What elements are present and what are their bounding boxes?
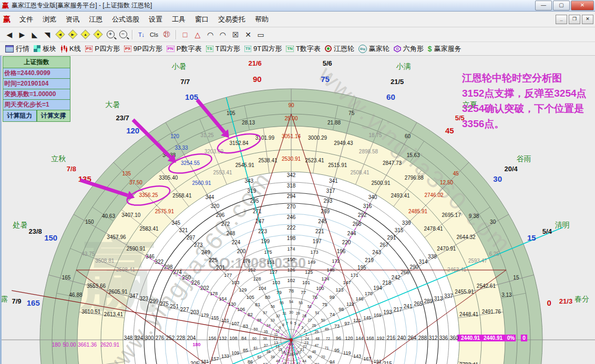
svg-text:223: 223 [258, 228, 267, 234]
child-close-button[interactable]: ✕ [582, 15, 593, 24]
svg-text:2523.41: 2523.41 [305, 158, 324, 163]
svg-text:32: 32 [276, 314, 280, 318]
free-x-tool-icon[interactable]: ✕ [243, 29, 253, 40]
svg-text:103: 103 [272, 280, 280, 285]
svg-text:84: 84 [241, 336, 247, 341]
svg-text:48: 48 [315, 337, 320, 340]
annotation-line-2: 3254确认突破，下个位置是 [462, 101, 587, 116]
prev-arrow-icon[interactable]: ◀ [4, 29, 15, 40]
boxed-x-tool-icon[interactable]: ☒ [230, 29, 241, 40]
screen-tool-icon[interactable]: ▭ [255, 29, 266, 40]
svg-text:2485.91: 2485.91 [408, 209, 428, 214]
menu-item-2[interactable]: 资讯 [61, 13, 84, 26]
svg-text:22: 22 [303, 345, 307, 348]
cls-tool-icon[interactable]: Cls [149, 29, 159, 40]
svg-text:85: 85 [243, 348, 248, 353]
svg-text:2: 2 [304, 329, 306, 332]
svg-text:80: 80 [265, 295, 270, 300]
svg-text:202: 202 [200, 285, 209, 291]
svg-text:346: 346 [146, 254, 155, 259]
minimize-button[interactable]: — [535, 1, 552, 11]
pan-up-diamond-icon[interactable]: ▲ [80, 29, 90, 40]
menu-item-1[interactable]: 浏览 [38, 13, 61, 26]
menu-item-0[interactable]: 文件 [15, 13, 38, 26]
menu-item-7[interactable]: 窗口 [190, 13, 213, 26]
menu-item-8[interactable]: 交易委托 [213, 13, 250, 26]
pan-right-diamond-icon[interactable]: ▶ [67, 29, 78, 40]
svg-text:342: 342 [287, 172, 296, 178]
svg-text:21/5: 21/5 [391, 78, 404, 86]
module-gann-wheel-module[interactable]: 江恩轮 [325, 44, 354, 54]
calc-resistance-button[interactable]: 计算阻力 [3, 110, 37, 122]
svg-text:131: 131 [221, 318, 229, 323]
svg-text:143: 143 [353, 353, 361, 359]
svg-text:46.88: 46.88 [69, 292, 83, 298]
winner-wheel-module-icon: Big [358, 45, 367, 53]
module-hexagon-module[interactable]: 六角形 [394, 44, 424, 54]
module-9t-square[interactable]: T99T四方形 [244, 44, 282, 54]
svg-text:297: 297 [187, 235, 196, 241]
svg-text:222: 222 [287, 225, 296, 231]
child-minimize-button[interactable]: _ [556, 15, 567, 24]
module-9p-square[interactable]: P99P四方形 [124, 44, 162, 54]
svg-text:60: 60 [252, 337, 257, 340]
svg-text:348: 348 [124, 335, 133, 341]
svg-text:274: 274 [173, 269, 182, 275]
menu-item-3[interactable]: 江恩 [84, 13, 107, 26]
svg-text:2590.91: 2590.91 [127, 246, 146, 252]
menu-item-6[interactable]: 工具 [167, 13, 190, 26]
module-winner-wheel-module[interactable]: Big赢家轮 [358, 44, 389, 54]
rect-tool-icon[interactable]: □ [180, 29, 190, 40]
p-table-icon: PN [167, 46, 175, 52]
svg-text:318: 318 [287, 183, 296, 189]
arc-ccw-tool-icon[interactable]: ◠ [218, 29, 228, 40]
svg-text:96: 96 [336, 336, 341, 341]
calc-support-button[interactable]: 计算支撑 [37, 110, 71, 122]
calendar-tool-icon[interactable]: ㉑ [161, 29, 172, 40]
module-sectors[interactable]: 板块 [34, 44, 56, 54]
svg-text:26: 26 [312, 324, 316, 327]
triangle-tool-icon[interactable]: △ [192, 29, 203, 40]
close-button[interactable]: ✕ [571, 1, 594, 11]
scale-tool-icon[interactable]: T↓ [136, 29, 147, 40]
pan-left-diamond-icon[interactable]: ◀ [55, 29, 65, 40]
svg-text:147: 147 [343, 280, 351, 285]
module-t-square[interactable]: TST四方形 [206, 44, 240, 54]
svg-text:300: 300 [145, 335, 154, 341]
module-p-square[interactable]: PSP四方形 [85, 44, 120, 54]
svg-text:345: 345 [171, 220, 180, 226]
pan-down-diamond-icon[interactable]: ▼ [93, 29, 103, 40]
svg-text:204: 204 [187, 335, 196, 341]
module-p-table[interactable]: PNP数字表 [167, 44, 202, 54]
next-arrow-icon[interactable]: ▶ [17, 29, 27, 40]
svg-text:170: 170 [365, 291, 373, 296]
svg-text:275: 275 [160, 301, 169, 307]
cursor-up-tool-icon[interactable]: ◣ [29, 29, 40, 40]
svg-text:74: 74 [330, 312, 335, 317]
zoom-in-tool-icon[interactable]: + [105, 29, 116, 40]
svg-text:172: 172 [332, 258, 340, 264]
arc-cw-tool-icon[interactable]: ◠ [205, 29, 216, 40]
zoom-out-tool-icon[interactable]: − [118, 29, 128, 40]
menu-item-9[interactable]: 帮助 [250, 13, 273, 26]
p-square-label: P四方形 [95, 44, 120, 54]
maximize-button[interactable]: ▢ [553, 1, 570, 11]
t-square-icon: TS [206, 46, 213, 52]
svg-text:249: 249 [201, 249, 210, 255]
svg-text:23/8: 23/8 [28, 227, 42, 235]
menu-item-5[interactable]: 设置 [144, 13, 167, 26]
child-restore-button[interactable]: ❐ [569, 15, 580, 24]
cursor-down-tool-icon[interactable]: ◥ [42, 29, 53, 40]
svg-text:124: 124 [321, 276, 329, 282]
menu-item-4[interactable]: 公式选股 [107, 13, 144, 26]
svg-text:82: 82 [248, 312, 253, 317]
svg-text:76: 76 [312, 295, 317, 300]
hexagon-module-label: 六角形 [403, 44, 424, 54]
svg-text:6.25: 6.25 [489, 251, 499, 257]
module-quotes[interactable]: 行情 [5, 44, 29, 54]
svg-text:9.38: 9.38 [469, 213, 479, 219]
svg-text:58: 58 [257, 318, 261, 322]
module-t-table[interactable]: TNT数字表 [286, 44, 321, 54]
module-kline[interactable]: K线 [60, 44, 81, 54]
module-winner-service[interactable]: $赢家服务 [428, 44, 461, 54]
